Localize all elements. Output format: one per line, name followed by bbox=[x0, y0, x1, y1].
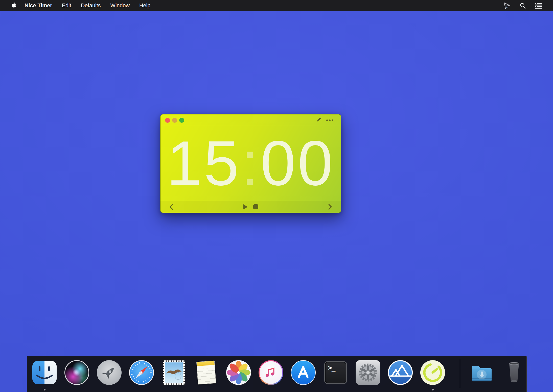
dock-item-siri[interactable] bbox=[64, 360, 89, 385]
more-options-icon[interactable] bbox=[326, 119, 333, 121]
app-store-icon bbox=[291, 360, 316, 385]
siri-icon bbox=[64, 360, 89, 385]
app-menu-nice-timer[interactable]: Nice Timer bbox=[20, 3, 57, 9]
traffic-lights bbox=[165, 118, 184, 123]
nice-timer-app-icon bbox=[420, 360, 445, 385]
timer-controls-bar bbox=[160, 201, 341, 213]
dock-item-finder[interactable] bbox=[32, 360, 57, 385]
dock-item-mountains-app[interactable] bbox=[388, 360, 413, 385]
play-stop-group bbox=[242, 204, 259, 210]
menu-bar-left: Nice Timer Edit Defaults Window Help bbox=[0, 0, 155, 11]
downloads-folder-icon bbox=[469, 360, 494, 385]
timer-colon: : bbox=[241, 132, 260, 195]
dock-item-downloads-folder[interactable] bbox=[469, 360, 494, 385]
menu-defaults[interactable]: Defaults bbox=[76, 3, 106, 9]
trash-icon bbox=[502, 360, 526, 385]
dock-item-notes[interactable] bbox=[194, 360, 219, 385]
terminal-prompt-glyph: >_ bbox=[328, 364, 335, 372]
menu-help[interactable]: Help bbox=[134, 3, 155, 9]
minimize-button[interactable] bbox=[172, 118, 177, 123]
menu-edit[interactable]: Edit bbox=[57, 3, 76, 9]
menu-bar-status-area bbox=[503, 0, 553, 11]
edit-pencil-icon[interactable] bbox=[316, 117, 322, 124]
dock-separator bbox=[460, 359, 460, 388]
previous-timer-chevron[interactable] bbox=[168, 203, 175, 210]
stop-button[interactable] bbox=[252, 204, 259, 210]
pointer-camera-status-icon[interactable] bbox=[503, 2, 511, 10]
dock-item-system-preferences[interactable] bbox=[356, 360, 380, 385]
window-titlebar[interactable] bbox=[160, 114, 341, 126]
dock-item-mail[interactable] bbox=[162, 360, 186, 385]
apple-logo-icon bbox=[12, 2, 16, 9]
safari-compass-icon bbox=[129, 360, 154, 385]
dock-item-trash[interactable] bbox=[502, 360, 526, 385]
spotlight-search-icon[interactable] bbox=[520, 3, 526, 9]
zoom-button[interactable] bbox=[179, 118, 184, 123]
itunes-music-icon bbox=[259, 360, 283, 385]
photos-flower-icon bbox=[226, 360, 251, 385]
timer-time-display: 15:00 bbox=[160, 126, 341, 201]
nice-timer-window: 15:00 bbox=[160, 114, 341, 213]
terminal-icon: >_ bbox=[324, 361, 347, 384]
dock-item-nice-timer[interactable] bbox=[420, 360, 445, 385]
play-button[interactable] bbox=[242, 204, 248, 210]
timer-minutes: 15 bbox=[167, 132, 241, 195]
notes-icon bbox=[196, 361, 216, 385]
menu-bar: Nice Timer Edit Defaults Window Help bbox=[0, 0, 553, 11]
dock-item-launchpad[interactable] bbox=[97, 360, 122, 385]
launchpad-rocket-icon bbox=[97, 360, 122, 385]
dock-item-photos[interactable] bbox=[226, 360, 251, 385]
menu-window[interactable]: Window bbox=[106, 3, 134, 9]
close-button[interactable] bbox=[165, 118, 170, 123]
system-preferences-gear-icon bbox=[356, 360, 380, 385]
dock-item-itunes[interactable] bbox=[259, 360, 283, 385]
timer-seconds: 00 bbox=[261, 132, 335, 195]
mail-stamp-icon bbox=[163, 360, 185, 385]
mountains-app-icon bbox=[388, 360, 413, 385]
titlebar-actions bbox=[316, 117, 333, 124]
apple-menu[interactable] bbox=[12, 0, 20, 11]
running-indicator bbox=[432, 389, 434, 390]
dock-item-terminal[interactable]: >_ bbox=[323, 360, 348, 385]
dock-item-app-store[interactable] bbox=[291, 360, 316, 385]
next-timer-chevron[interactable] bbox=[326, 203, 333, 210]
dock-item-safari[interactable] bbox=[129, 360, 154, 385]
notification-center-icon[interactable] bbox=[535, 3, 542, 9]
finder-icon bbox=[32, 360, 57, 385]
dock: >_ bbox=[27, 356, 527, 392]
running-indicator bbox=[44, 389, 45, 390]
